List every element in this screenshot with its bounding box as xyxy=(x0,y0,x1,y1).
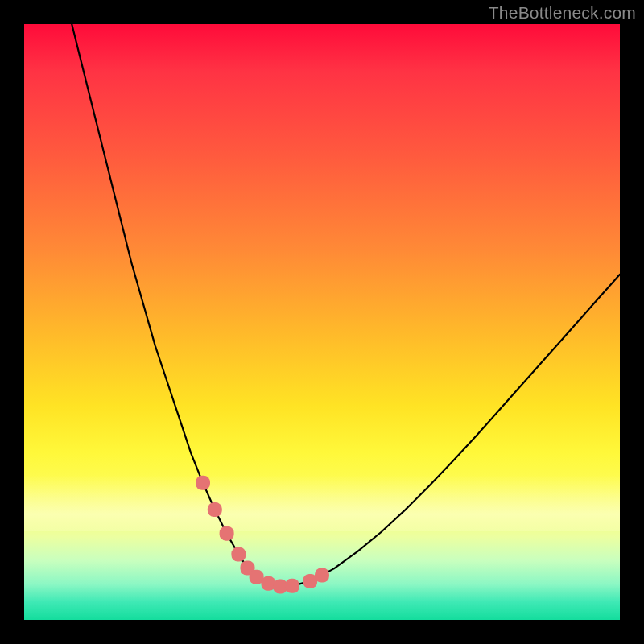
curve-layer xyxy=(24,24,620,620)
highlight-marker xyxy=(208,502,222,517)
highlight-markers xyxy=(196,476,329,594)
highlight-marker xyxy=(220,526,234,541)
chart-stage: TheBottleneck.com xyxy=(0,0,644,644)
highlight-marker xyxy=(196,476,210,490)
plot-area xyxy=(24,24,620,620)
highlight-marker xyxy=(285,579,299,593)
watermark-text: TheBottleneck.com xyxy=(489,3,636,23)
highlight-marker xyxy=(315,568,329,583)
bottleneck-curve xyxy=(72,24,620,587)
highlight-marker xyxy=(231,547,246,562)
